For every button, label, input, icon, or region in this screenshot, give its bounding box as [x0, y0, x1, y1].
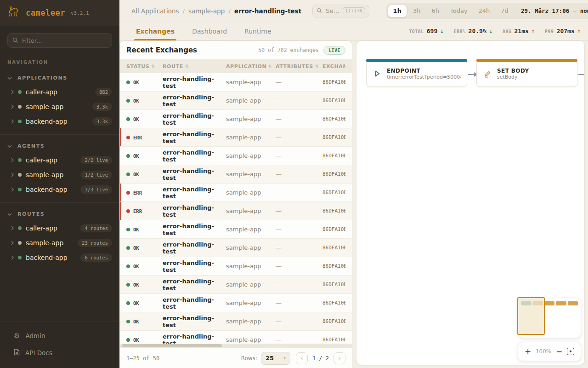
zoom-out-button[interactable]: −	[556, 348, 562, 356]
scrollbar-thumb[interactable]	[122, 344, 222, 347]
status-dot-icon	[126, 338, 130, 342]
sort-icon: ⇅	[268, 64, 272, 69]
play-icon	[372, 69, 382, 79]
attributes-cell: —	[276, 171, 322, 178]
application-cell: sample-app	[226, 318, 276, 325]
footer-item-label: API Docs	[25, 349, 52, 356]
column-header-exchange[interactable]: EXCHANGE ⇅	[322, 63, 345, 69]
column-header-route[interactable]: ROUTE ⇅	[163, 63, 226, 69]
sidebar-filter[interactable]	[7, 33, 112, 48]
page-indicator: 1 / 2	[312, 355, 329, 362]
table-row[interactable]: OK error-handling-test sample-app — 86DF…	[120, 147, 352, 165]
footer-item-label: Admin	[25, 332, 45, 339]
column-header-application[interactable]: APPLICATION ⇅	[226, 63, 276, 69]
chevron-right-icon	[11, 226, 14, 230]
table-header: Recent Exchanges 50 of 702 exchanges LIV…	[120, 41, 352, 59]
table-row[interactable]: OK error-handling-test sample-app — 86DF…	[120, 110, 352, 128]
time-range-3h[interactable]: 3h	[408, 5, 426, 17]
status-cell: OK	[126, 245, 163, 251]
chevron-down-icon	[7, 213, 12, 216]
sidebar-item-sample-app[interactable]: sample-app 1/2 live	[0, 167, 119, 182]
application-cell: sample-app	[226, 115, 276, 122]
route-cell: error-handling-test	[163, 167, 226, 181]
exchange-id-cell: 86DFA10E8D	[322, 263, 345, 269]
table-row[interactable]: OK error-handling-test sample-app — 86DF…	[120, 239, 352, 257]
sidebar-item-api-docs[interactable]: API Docs	[0, 344, 119, 362]
date-range[interactable]: 29. März 17:06 – now	[514, 7, 588, 14]
application-cell: sample-app	[226, 207, 276, 214]
table-column-header: STATUS ⇅ ROUTE ⇅ APPLICATION ⇅ ATTRIBUTE…	[120, 59, 352, 73]
sidebar-item-caller-app[interactable]: caller-app 4 routes	[0, 221, 119, 236]
tabs: Exchanges Dashboard Runtime	[136, 22, 289, 40]
rows-per-page-select[interactable]: 25 ▾	[261, 352, 290, 365]
sidebar-item-sample-app[interactable]: sample-app 3.3k	[0, 99, 119, 114]
nav-item-label: sample-app	[26, 171, 76, 178]
flow-node-set-body[interactable]: SET BODY setBody	[476, 60, 577, 87]
nav-item-label: backend-app	[26, 118, 88, 125]
flow-node-endpoint[interactable]: ENDPOINT timer:errorTest?period=5000&del…	[366, 60, 467, 87]
attributes-cell: —	[276, 134, 322, 141]
route-cell: error-handling-test	[163, 315, 226, 328]
table-row[interactable]: OK error-handling-test sample-app — 86DF…	[120, 92, 352, 110]
tab-runtime[interactable]: Runtime	[244, 22, 271, 40]
global-search-button[interactable]: Se… Ctrl+K	[312, 5, 369, 17]
column-header-status[interactable]: STATUS ⇅	[126, 63, 163, 69]
nav-section-applications: APPLICATIONS caller-app 882 sample-app 3…	[0, 67, 119, 129]
sidebar-item-backend-app[interactable]: backend-app 3.3k	[0, 114, 119, 129]
date-separator: –	[573, 7, 577, 14]
sidebar-item-admin[interactable]: ⚙ Admin	[0, 328, 119, 344]
time-range-7d[interactable]: 7d	[496, 5, 514, 17]
table-row[interactable]: ERR error-handling-test sample-app — 86D…	[120, 202, 352, 220]
route-cell: error-handling-test	[163, 75, 226, 89]
exchange-id-cell: 86DFA10E8D	[322, 245, 345, 251]
route-flow-canvas[interactable]: ENDPOINT timer:errorTest?period=5000&del…	[356, 40, 585, 365]
time-range-24h[interactable]: 24h	[474, 5, 495, 17]
sort-icon: ⇅	[315, 64, 319, 69]
stat-value: 699	[427, 28, 437, 34]
status-text: OK	[133, 282, 139, 288]
breadcrumb-sample-app[interactable]: sample-app	[188, 7, 225, 15]
attributes-cell: —	[276, 207, 322, 214]
table-row[interactable]: OK error-handling-test sample-app — 86DF…	[120, 294, 352, 312]
column-header-attributes[interactable]: ATTRIBUTES ⇅	[276, 63, 322, 69]
sidebar-item-backend-app[interactable]: backend-app 3/3 live	[0, 182, 119, 197]
table-row[interactable]: OK error-handling-test sample-app — 86DF…	[120, 312, 352, 331]
tab-dashboard[interactable]: Dashboard	[192, 22, 227, 40]
breadcrumb-all-applications[interactable]: All Applications	[131, 7, 179, 15]
zoom-in-button[interactable]: +	[525, 348, 531, 356]
table-row[interactable]: OK error-handling-test sample-app — 86DF…	[120, 220, 352, 239]
sidebar-item-caller-app[interactable]: caller-app 2/2 live	[0, 153, 119, 167]
table-row[interactable]: ERR error-handling-test sample-app — 86D…	[120, 184, 352, 202]
next-page-button[interactable]: ›	[334, 352, 345, 364]
table-row[interactable]: OK error-handling-test sample-app — 86DF…	[120, 257, 352, 276]
time-range-today[interactable]: Today	[445, 5, 473, 17]
sidebar-item-backend-app[interactable]: backend-app 6 routes	[0, 250, 119, 265]
table-row[interactable]: OK error-handling-test sample-app — 86DF…	[120, 165, 352, 184]
sidebar-item-caller-app[interactable]: caller-app 882	[0, 85, 119, 99]
horizontal-scrollbar[interactable]	[120, 344, 352, 348]
status-cell: OK	[126, 227, 163, 232]
minimap[interactable]	[518, 298, 581, 338]
nav-section-label: AGENTS	[17, 143, 45, 149]
fit-view-button[interactable]	[567, 348, 574, 355]
table-row[interactable]: OK error-handling-test sample-app — 86DF…	[120, 276, 352, 294]
status-cell: ERR	[126, 190, 163, 196]
node-texts: ENDPOINT timer:errorTest?period=5000&del…	[387, 68, 461, 80]
table-row[interactable]: ERR error-handling-test sample-app — 86D…	[120, 128, 352, 147]
nav-section-header[interactable]: ROUTES	[0, 209, 119, 221]
attributes-cell: —	[276, 336, 322, 343]
attributes-cell: —	[276, 244, 322, 251]
time-range-1h[interactable]: 1h	[388, 5, 407, 17]
tab-exchanges[interactable]: Exchanges	[136, 22, 175, 40]
trend-arrow-icon: ↓	[489, 28, 492, 34]
sidebar-item-sample-app[interactable]: sample-app 23 routes	[0, 236, 119, 250]
prev-page-button[interactable]: ‹	[296, 352, 308, 364]
time-range-6h[interactable]: 6h	[426, 5, 444, 17]
nav-section-header[interactable]: APPLICATIONS	[0, 73, 119, 85]
filter-input[interactable]	[22, 37, 107, 44]
nav-section-header[interactable]: AGENTS	[0, 141, 119, 153]
status-dot-icon	[18, 105, 22, 109]
minimap-viewport[interactable]	[517, 297, 545, 335]
table-row[interactable]: OK error-handling-test sample-app — 86DF…	[120, 73, 352, 92]
stat-label: P99	[545, 29, 554, 34]
